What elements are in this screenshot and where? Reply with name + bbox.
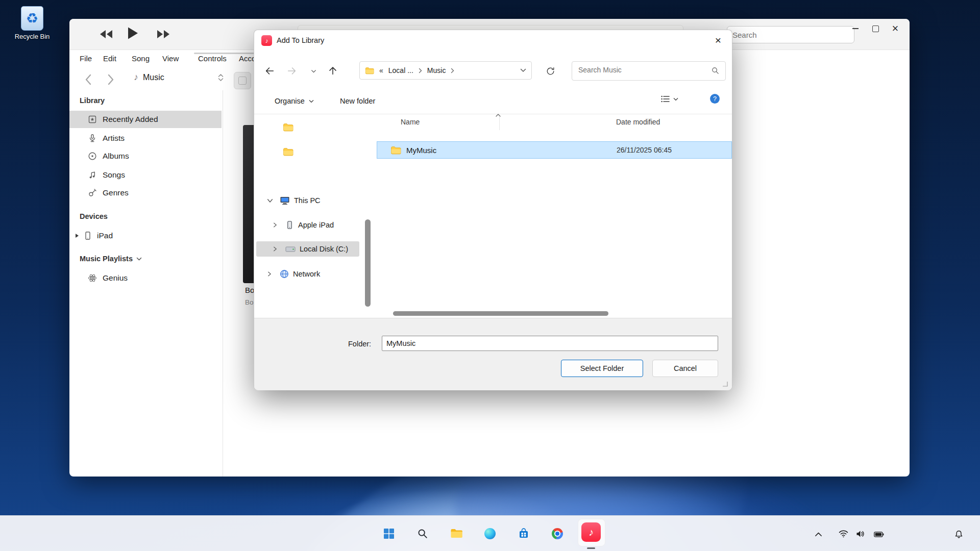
folder-field-label: Folder: [348, 340, 371, 348]
battery-icon[interactable] [874, 532, 884, 537]
close-button[interactable]: × [887, 22, 904, 35]
active-app-indicator [587, 547, 595, 549]
refresh-button[interactable] [543, 64, 557, 78]
menu-controls[interactable]: Controls [198, 54, 227, 63]
minimize-button[interactable] [847, 22, 864, 35]
vertical-scrollbar-thumb[interactable] [365, 219, 371, 307]
breadcrumb-overflow[interactable]: « [379, 66, 383, 74]
microsoft-store-button[interactable] [518, 528, 529, 539]
select-folder-button[interactable]: Select Folder [561, 360, 643, 377]
sidebar-item-genres[interactable]: Genres [69, 184, 222, 202]
sidebar-item-songs[interactable]: Songs [69, 166, 222, 184]
music-app-button[interactable]: ♪ [581, 522, 601, 542]
fast-forward-button[interactable] [155, 29, 172, 39]
tree-item-apple-ipad[interactable]: Apple iPad [256, 217, 359, 233]
taskbar-search-button[interactable] [417, 528, 428, 539]
file-row-mymusic[interactable]: MyMusic 26/11/2025 06:45 [377, 141, 732, 159]
cancel-button[interactable]: Cancel [652, 360, 718, 377]
file-explorer-icon [450, 528, 463, 539]
play-button[interactable] [127, 26, 139, 40]
resize-grip[interactable] [722, 381, 728, 387]
new-folder-button[interactable]: New folder [340, 92, 375, 110]
sidebar-item-recently-added[interactable]: Recently Added [69, 111, 222, 128]
sidebar-item-artists[interactable]: Artists [69, 130, 222, 147]
recently-added-icon [88, 115, 97, 124]
chevron-down-icon[interactable] [520, 68, 526, 72]
volume-icon[interactable] [856, 530, 865, 538]
dialog-search-input[interactable] [577, 65, 707, 74]
organise-label: Organise [275, 97, 305, 105]
vinyl-icon [88, 152, 97, 161]
maximize-icon [872, 26, 879, 32]
up-button[interactable] [326, 64, 340, 78]
library-selector[interactable]: ♪ Music [134, 72, 224, 83]
edge-browser-button[interactable] [484, 528, 496, 539]
start-button[interactable] [383, 528, 395, 539]
dialog-footer: Folder: Select Folder Cancel [254, 318, 732, 390]
breadcrumb[interactable]: « Local ... Music [359, 61, 532, 80]
back-button[interactable] [262, 64, 277, 78]
dialog-title: Add To Library [277, 36, 324, 44]
maximize-button[interactable] [867, 22, 884, 35]
chevron-right-icon [419, 68, 422, 73]
tray-expand-button[interactable] [815, 532, 822, 537]
file-date-modified: 26/11/2025 06:45 [617, 146, 672, 154]
chevron-down-icon [673, 97, 678, 101]
dialog-search[interactable] [572, 61, 726, 81]
microsoft-store-icon [518, 528, 529, 539]
search-icon [417, 528, 428, 539]
folder-name-input[interactable] [382, 336, 718, 351]
menu-edit[interactable]: Edit [103, 54, 116, 63]
view-options-button[interactable] [660, 94, 678, 104]
minimize-icon [852, 28, 859, 29]
view-toggle-button[interactable] [234, 72, 251, 89]
notifications-bell-button[interactable] [954, 530, 963, 539]
chrome-browser-button[interactable] [552, 528, 563, 539]
sidebar-item-genius[interactable]: Genius [69, 269, 222, 287]
dialog-close-button[interactable]: × [706, 31, 730, 49]
breadcrumb-item-local[interactable]: Local ... [388, 66, 413, 74]
column-header-date-modified[interactable]: Date modified [616, 118, 660, 126]
search-input[interactable] [727, 26, 854, 43]
tree-item-folder[interactable] [256, 119, 359, 135]
sidebar-item-ipad[interactable]: iPad [69, 227, 222, 244]
menu-file[interactable]: File [80, 54, 92, 63]
help-button[interactable]: ? [709, 93, 720, 104]
forward-button[interactable] [285, 64, 299, 78]
sidebar-divider [223, 90, 223, 477]
chevron-collapsed-icon[interactable] [272, 221, 278, 229]
chevron-expanded-icon[interactable] [266, 197, 274, 204]
sidebar-item-albums[interactable]: Albums [69, 147, 222, 165]
album-title: Bo [245, 286, 254, 294]
sidebar-item-label: Genres [103, 188, 129, 197]
tree-item-this-pc[interactable]: This PC [256, 193, 359, 208]
sidebar-item-label: Genius [103, 273, 128, 283]
tree-item-label: This PC [294, 196, 321, 205]
recycle-bin[interactable]: ♻ Recycle Bin [9, 6, 55, 40]
column-divider[interactable] [499, 117, 500, 130]
sidebar-header-music-playlists[interactable]: Music Playlists [80, 255, 142, 263]
file-explorer-button[interactable] [450, 528, 463, 539]
breadcrumb-item-music[interactable]: Music [427, 66, 446, 74]
recycle-bin-label: Recycle Bin [9, 33, 55, 40]
expander-icon[interactable] [76, 234, 79, 238]
chevron-collapsed-icon[interactable] [266, 270, 273, 278]
tree-item-local-disk-c[interactable]: Local Disk (C:) [256, 241, 359, 257]
chevron-collapsed-icon[interactable] [272, 245, 278, 253]
tree-item-folder[interactable] [256, 144, 359, 159]
sort-ascending-icon [495, 113, 501, 117]
nav-forward-button[interactable] [107, 74, 114, 85]
horizontal-scrollbar-thumb[interactable] [393, 311, 608, 316]
recent-locations-chevron[interactable] [306, 64, 321, 78]
menu-view[interactable]: View [162, 54, 179, 63]
wifi-icon[interactable] [839, 530, 848, 538]
rewind-button[interactable] [98, 29, 114, 39]
network-icon [280, 269, 289, 279]
list-view-icon [660, 94, 670, 104]
column-header-name[interactable]: Name [401, 118, 420, 126]
menu-song[interactable]: Song [132, 54, 150, 63]
tree-item-network[interactable]: Network [256, 266, 359, 282]
organise-button[interactable]: Organise [275, 92, 314, 110]
folder-icon [283, 123, 293, 132]
nav-back-button[interactable] [85, 74, 92, 85]
